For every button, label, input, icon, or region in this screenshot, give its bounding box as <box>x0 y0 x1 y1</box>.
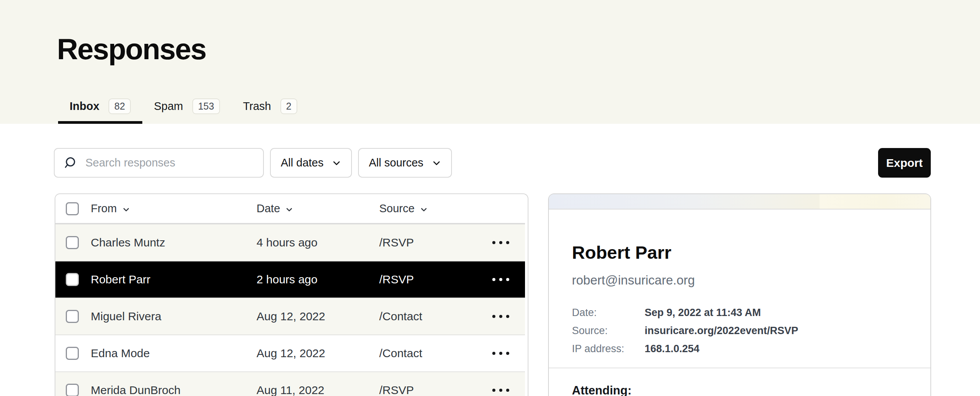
table-row-selected[interactable]: Robert Parr 2 hours ago /RSVP <box>55 261 525 298</box>
ellipsis-icon <box>492 315 495 318</box>
table-row[interactable]: Charles Muntz 4 hours ago /RSVP <box>55 224 525 261</box>
responses-table: From Date Source Charles Muntz 4 hours a… <box>55 193 528 396</box>
column-header-from[interactable]: From <box>91 202 257 215</box>
ellipsis-icon <box>506 352 509 355</box>
table-row[interactable]: Edna Mode Aug 12, 2022 /Contact <box>55 334 525 371</box>
detail-banner <box>549 194 930 210</box>
chevron-down-icon <box>285 206 293 213</box>
meta-label: Date: <box>572 306 645 319</box>
ellipsis-icon <box>506 315 509 318</box>
source-filter-dropdown[interactable]: All sources <box>358 148 452 178</box>
ellipsis-icon <box>492 278 495 281</box>
column-header-date[interactable]: Date <box>257 202 379 215</box>
ellipsis-icon <box>492 352 495 355</box>
meta-value: 168.1.0.254 <box>645 342 700 355</box>
select-all-checkbox[interactable] <box>66 202 79 215</box>
ellipsis-icon <box>506 389 509 392</box>
row-date: Aug 12, 2022 <box>257 347 379 360</box>
row-date: Aug 11, 2022 <box>257 384 379 396</box>
detail-name: Robert Parr <box>572 242 907 263</box>
row-menu-button[interactable] <box>492 315 509 318</box>
tab-trash[interactable]: Trash 2 <box>232 88 309 124</box>
table-row[interactable]: Merida DunBroch Aug 11, 2022 /RSVP <box>55 371 525 396</box>
search-input[interactable] <box>85 156 255 169</box>
search-icon <box>64 156 78 170</box>
ellipsis-icon <box>499 389 502 392</box>
row-date: 4 hours ago <box>257 236 379 249</box>
row-checkbox[interactable] <box>66 310 79 323</box>
active-tab-underline <box>58 121 142 124</box>
ellipsis-icon <box>499 278 502 281</box>
meta-row-ip: IP address: 168.1.0.254 <box>572 342 907 355</box>
row-menu-button[interactable] <box>492 389 509 392</box>
meta-row-date: Date: Sep 9, 2022 at 11:43 AM <box>572 306 907 319</box>
page-title: Responses <box>57 32 206 66</box>
search-box[interactable] <box>54 148 264 178</box>
row-source: /RSVP <box>379 273 492 286</box>
meta-label: Source: <box>572 324 645 337</box>
responses-page: Responses Inbox 82 Spam 153 Trash 2 <box>0 0 980 396</box>
date-filter-dropdown[interactable]: All dates <box>270 148 352 178</box>
chevron-down-icon <box>122 206 130 213</box>
table-header-row: From Date Source <box>55 194 525 224</box>
date-filter-label: All dates <box>281 156 323 169</box>
chevron-down-icon <box>432 158 441 168</box>
ellipsis-icon <box>499 241 502 244</box>
ellipsis-icon <box>492 389 495 392</box>
column-header-from-label: From <box>91 202 117 215</box>
column-header-date-label: Date <box>257 202 280 215</box>
tab-spam-count-badge: 153 <box>192 98 220 114</box>
detail-divider <box>549 368 930 368</box>
row-checkbox[interactable] <box>66 347 79 360</box>
meta-label: IP address: <box>572 342 645 355</box>
row-from: Edna Mode <box>91 347 257 360</box>
ellipsis-icon <box>506 241 509 244</box>
row-source: /Contact <box>379 347 492 360</box>
row-from: Miguel Rivera <box>91 310 257 323</box>
meta-value: Sep 9, 2022 at 11:43 AM <box>645 306 761 319</box>
row-date: Aug 12, 2022 <box>257 310 379 323</box>
tab-trash-label: Trash <box>243 100 271 113</box>
chevron-down-icon <box>420 206 428 213</box>
row-from: Merida DunBroch <box>91 384 257 396</box>
row-menu-button[interactable] <box>492 241 509 244</box>
tab-inbox-count-badge: 82 <box>108 98 131 114</box>
row-checkbox[interactable] <box>66 273 79 286</box>
chevron-down-icon <box>332 158 341 168</box>
response-detail-panel: Robert Parr robert@insuricare.org Date: … <box>548 193 931 396</box>
tab-spam[interactable]: Spam 153 <box>142 88 231 124</box>
detail-meta: Date: Sep 9, 2022 at 11:43 AM Source: in… <box>572 306 907 355</box>
attending-heading: Attending: <box>572 384 907 396</box>
ellipsis-icon <box>499 315 502 318</box>
ellipsis-icon <box>506 278 509 281</box>
table-row[interactable]: Miguel Rivera Aug 12, 2022 /Contact <box>55 298 525 334</box>
row-menu-button[interactable] <box>492 352 509 355</box>
tab-inbox-label: Inbox <box>70 100 99 113</box>
tab-bar: Inbox 82 Spam 153 Trash 2 <box>58 88 309 124</box>
detail-body: Robert Parr robert@insuricare.org Date: … <box>549 242 930 396</box>
row-menu-button[interactable] <box>492 278 509 281</box>
column-header-source[interactable]: Source <box>379 202 509 215</box>
row-date: 2 hours ago <box>257 273 379 286</box>
row-from: Robert Parr <box>91 273 257 286</box>
column-header-source-label: Source <box>379 202 415 215</box>
toolbar: All dates All sources Export <box>54 148 931 178</box>
ellipsis-icon <box>492 241 495 244</box>
tab-inbox[interactable]: Inbox 82 <box>58 88 142 124</box>
export-button[interactable]: Export <box>878 148 931 178</box>
row-source: /RSVP <box>379 236 492 249</box>
row-checkbox[interactable] <box>66 384 79 396</box>
meta-row-source: Source: insuricare.org/2022event/RSVP <box>572 324 907 337</box>
row-source: /RSVP <box>379 384 492 396</box>
row-from: Charles Muntz <box>91 236 257 249</box>
detail-email: robert@insuricare.org <box>572 273 907 288</box>
tab-spam-label: Spam <box>154 100 183 113</box>
page-header: Responses Inbox 82 Spam 153 Trash 2 <box>0 0 980 124</box>
ellipsis-icon <box>499 352 502 355</box>
meta-value: insuricare.org/2022event/RSVP <box>645 324 798 337</box>
tab-trash-count-badge: 2 <box>280 98 297 114</box>
row-checkbox[interactable] <box>66 236 79 249</box>
row-source: /Contact <box>379 310 492 323</box>
source-filter-label: All sources <box>369 156 423 169</box>
